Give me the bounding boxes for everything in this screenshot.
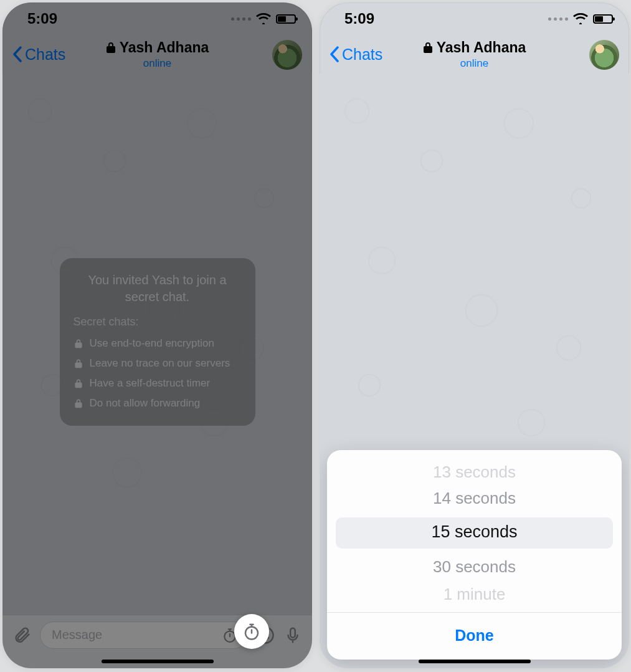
back-label: Chats <box>342 46 382 64</box>
info-headline: You invited Yash to join a secret chat. <box>74 272 242 305</box>
info-section-title: Secret chats: <box>74 315 242 329</box>
tutorial-two-up: 5:09 Chats Yash Adhana <box>0 0 631 672</box>
phone-left: 5:09 Chats Yash Adhana <box>2 2 312 668</box>
home-indicator[interactable] <box>102 660 214 663</box>
message-input[interactable]: Message <box>40 622 247 649</box>
message-placeholder: Message <box>52 628 102 642</box>
lock-icon <box>423 41 433 54</box>
avatar[interactable] <box>272 40 302 70</box>
lock-icon <box>106 41 116 54</box>
info-bullet: Do not allow forwarding <box>74 393 242 413</box>
status-right <box>548 13 613 24</box>
picker-option[interactable]: 1 minute <box>327 585 622 604</box>
back-label: Chats <box>25 46 65 64</box>
info-bullet-text: Do not allow forwarding <box>90 397 201 410</box>
info-bullet-text: Have a self-destruct timer <box>90 377 211 390</box>
svg-rect-4 <box>290 628 295 637</box>
secret-chat-info-card: You invited Yash to join a secret chat. … <box>60 258 255 426</box>
recording-indicator-dots <box>548 17 568 21</box>
chat-header: Chats Yash Adhana online <box>320 35 629 74</box>
home-indicator[interactable] <box>419 660 531 663</box>
phone-right: 5:09 Chats Yash Adhana <box>320 2 629 668</box>
info-bullet-text: Use end-to-end encryption <box>90 337 214 350</box>
status-bar: 5:09 <box>320 2 629 35</box>
contact-name: Yash Adhana <box>437 39 526 56</box>
chat-header: Chats Yash Adhana online <box>2 35 312 74</box>
timer-picker[interactable]: 13 seconds 14 seconds 15 seconds 30 seco… <box>327 450 622 612</box>
back-button[interactable]: Chats <box>330 46 382 64</box>
avatar[interactable] <box>589 40 619 70</box>
wifi-icon <box>256 13 271 24</box>
info-bullet: Leave no trace on our servers <box>74 353 242 373</box>
picker-option[interactable]: 30 seconds <box>327 557 622 577</box>
info-bullet-text: Leave no trace on our servers <box>90 357 230 370</box>
attach-icon[interactable] <box>12 626 31 645</box>
clock: 5:09 <box>27 10 57 27</box>
info-bullet: Use end-to-end encryption <box>74 334 242 353</box>
mic-icon[interactable] <box>283 626 302 645</box>
done-button[interactable]: Done <box>327 613 622 660</box>
timer-highlight-circle[interactable] <box>234 614 269 649</box>
back-button[interactable]: Chats <box>12 46 65 64</box>
picker-option[interactable]: 14 seconds <box>327 489 622 508</box>
lock-icon <box>74 338 83 348</box>
chat-body: You invited Yash to join a secret chat. … <box>2 74 312 668</box>
status-right <box>231 13 296 24</box>
battery-icon <box>593 14 613 24</box>
contact-name: Yash Adhana <box>120 39 209 56</box>
battery-icon <box>276 14 296 24</box>
clock: 5:09 <box>344 10 374 27</box>
info-bullet: Have a self-destruct timer <box>74 373 242 393</box>
picker-option-selected[interactable]: 15 seconds <box>327 522 622 542</box>
picker-option[interactable]: 13 seconds <box>327 463 622 482</box>
wifi-icon <box>573 13 588 24</box>
lock-icon <box>74 398 83 408</box>
chat-body: 13 seconds 14 seconds 15 seconds 30 seco… <box>320 74 629 668</box>
recording-indicator-dots <box>231 17 251 21</box>
timer-picker-sheet: 13 seconds 14 seconds 15 seconds 30 seco… <box>327 450 622 660</box>
status-bar: 5:09 <box>2 2 312 35</box>
lock-icon <box>74 378 83 388</box>
lock-icon <box>74 358 83 368</box>
